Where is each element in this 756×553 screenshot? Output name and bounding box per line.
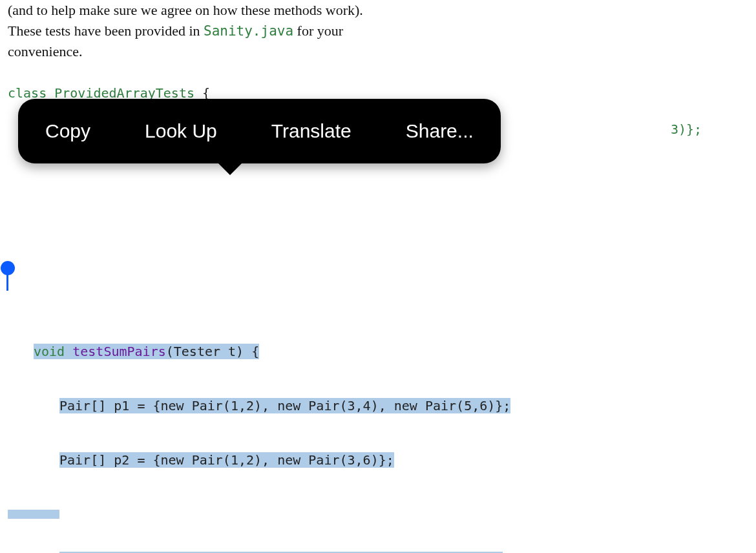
translate-button[interactable]: Translate	[244, 120, 379, 142]
code-line: Pair[] p1 = {new Pair(1,2), new Pair(3,4…	[59, 398, 510, 413]
lookup-button[interactable]: Look Up	[118, 120, 244, 142]
selection-region[interactable]: void testSumPairs(Tester t) { Pair[] p1 …	[8, 270, 748, 553]
filename-text: Sanity.java	[204, 23, 293, 39]
prose-line: convenience.	[8, 41, 748, 62]
code-line: Pair[] p2 = {new Pair(1,2), new Pair(3,6…	[59, 452, 394, 468]
copy-button[interactable]: Copy	[18, 120, 118, 142]
prose-text: These tests have been provided in	[8, 23, 204, 39]
context-menu: Copy Look Up Translate Share...	[18, 99, 501, 163]
code-text: (Tester t) {	[166, 344, 260, 359]
prose-line: (and to help make sure we agree on how t…	[8, 0, 748, 21]
context-menu-caret-icon	[217, 162, 243, 175]
prose-text: for your	[293, 23, 343, 39]
selection-handle-start-icon[interactable]	[1, 261, 15, 275]
code-fragment-behind-menu: 3)};	[671, 121, 702, 137]
share-button[interactable]: Share...	[379, 120, 501, 142]
code-keyword: void	[34, 344, 72, 359]
code-function: testSumPairs	[72, 344, 166, 359]
prose-block: (and to help make sure we agree on how t…	[0, 0, 756, 62]
prose-line: These tests have been provided in Sanity…	[8, 21, 748, 41]
